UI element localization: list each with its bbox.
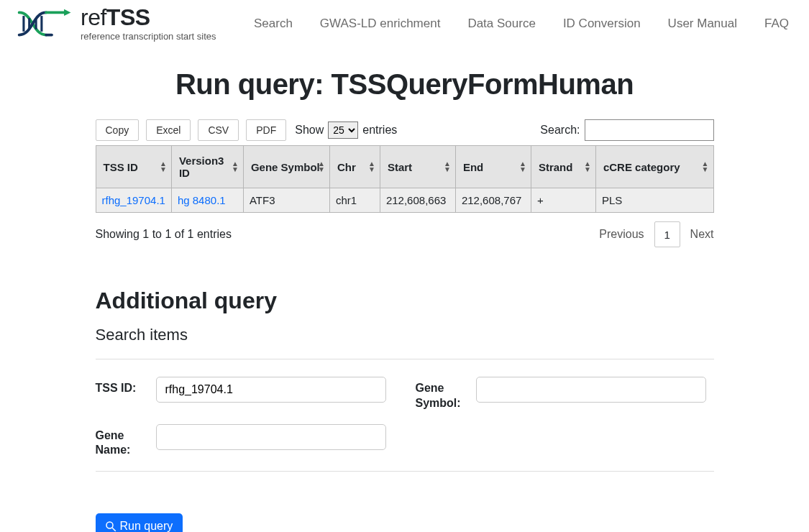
sort-icon: ▲▼ [702,161,709,173]
th-gene-symbol[interactable]: Gene Symbol ▲▼ [243,146,329,188]
form-row-2: Gene Name: [96,424,714,459]
table-info: Showing 1 to 1 of 1 entries [96,228,232,241]
th-chr[interactable]: Chr ▲▼ [329,146,380,188]
cell-start: 212,608,663 [380,188,455,213]
label-gene-name: Gene Name: [96,424,147,459]
pdf-button[interactable]: PDF [246,119,286,141]
label-tss-id: TSS ID: [96,377,147,396]
length-menu: Show 25 entries [295,121,397,139]
th-tss-id[interactable]: TSS ID ▲▼ [96,146,171,188]
table-search-label: Search: [540,124,580,137]
th-strand-label: Strand [539,161,573,173]
sort-icon: ▲▼ [160,161,167,173]
table-row: rfhg_19704.1 hg 8480.1 ATF3 chr1 212,608… [96,188,713,213]
sort-icon: ▲▼ [444,161,451,173]
th-chr-label: Chr [337,161,356,173]
form-row-1: TSS ID: Gene Symbol: [96,377,714,411]
table-search: Search: [540,119,713,141]
csv-button[interactable]: CSV [198,119,239,141]
svg-line-6 [112,528,116,531]
nav-gwas[interactable]: GWAS-LD enrichment [320,17,441,31]
cell-end: 212,608,767 [455,188,531,213]
th-start-label: Start [388,161,412,173]
dna-logo-icon [16,6,72,41]
paginate-current[interactable]: 1 [654,221,680,247]
brand-title-ref: ref [81,4,106,30]
th-tss-id-label: TSS ID [104,161,138,173]
run-query-label: Run query [120,520,173,532]
search-items-subheading: Search items [96,326,714,344]
input-gene-symbol[interactable] [476,377,706,403]
length-suffix: entries [362,124,397,137]
form-group-gene-name: Gene Name: [96,424,394,459]
th-version3[interactable]: Version3 ID ▲▼ [171,146,243,188]
paginate-next[interactable]: Next [690,228,714,241]
svg-marker-4 [64,9,70,15]
form-group-tss-id: TSS ID: [96,377,394,411]
divider [96,359,714,359]
table-header-row: TSS ID ▲▼ Version3 ID ▲▼ Gene Symbol ▲▼ … [96,146,713,188]
run-query-button[interactable]: Run query [96,513,183,532]
brand-title-tss: TSS [106,4,150,30]
th-start[interactable]: Start ▲▼ [380,146,455,188]
page-title: Run query: TSSQueryFormHuman [96,68,714,101]
excel-button[interactable]: Excel [146,119,191,141]
th-version3-label: Version3 ID [179,155,224,179]
search-icon [104,520,117,532]
cell-strand: + [531,188,595,213]
divider [96,471,714,472]
nav-user-manual[interactable]: User Manual [668,17,737,31]
pagination: Previous 1 Next [599,221,713,247]
th-gene-symbol-label: Gene Symbol [251,161,320,173]
nav-data-source[interactable]: Data Source [467,17,536,31]
table-search-input[interactable] [585,119,714,141]
length-prefix: Show [295,124,324,137]
brand-title: refTSS [81,6,216,29]
table-controls-bottom: Showing 1 to 1 of 1 entries Previous 1 N… [96,213,714,247]
form-group-gene-symbol: Gene Symbol: [416,377,714,411]
th-end[interactable]: End ▲▼ [455,146,531,188]
nav-links: Search GWAS-LD enrichment Data Source ID… [254,17,789,31]
nav-search[interactable]: Search [254,17,293,31]
brand-link[interactable]: refTSS reference transcription start sit… [16,6,216,41]
sort-icon: ▲▼ [232,161,239,173]
cell-chr: chr1 [329,188,380,213]
input-tss-id[interactable] [156,377,386,403]
input-gene-name[interactable] [156,424,386,450]
th-strand[interactable]: Strand ▲▼ [531,146,595,188]
nav-id-conversion[interactable]: ID Conversion [563,17,641,31]
main-container: Run query: TSSQueryFormHuman Copy Excel … [96,68,714,532]
th-end-label: End [463,161,483,173]
th-ccre[interactable]: cCRE category ▲▼ [595,146,713,188]
sort-icon: ▲▼ [519,161,526,173]
brand-text: refTSS reference transcription start sit… [81,6,216,41]
brand-subtitle: reference transcription start sites [81,32,216,41]
cell-tss-id-link[interactable]: rfhg_19704.1 [102,194,165,206]
svg-point-5 [106,522,113,528]
sort-icon: ▲▼ [368,161,375,173]
th-ccre-label: cCRE category [603,161,680,173]
additional-query-heading: Additional query [96,288,714,314]
label-gene-symbol: Gene Symbol: [416,377,467,411]
sort-icon: ▲▼ [318,161,325,173]
cell-gene-symbol: ATF3 [243,188,329,213]
sort-icon: ▲▼ [584,161,591,173]
copy-button[interactable]: Copy [96,119,140,141]
paginate-previous[interactable]: Previous [599,228,644,241]
table-controls-top: Copy Excel CSV PDF Show 25 entries Searc… [96,119,714,141]
nav-faq[interactable]: FAQ [764,17,789,31]
cell-ccre: PLS [595,188,713,213]
results-table: TSS ID ▲▼ Version3 ID ▲▼ Gene Symbol ▲▼ … [96,145,714,213]
length-select[interactable]: 25 [328,121,358,139]
cell-version3-link[interactable]: hg 8480.1 [178,194,226,206]
navbar: refTSS reference transcription start sit… [0,0,809,44]
